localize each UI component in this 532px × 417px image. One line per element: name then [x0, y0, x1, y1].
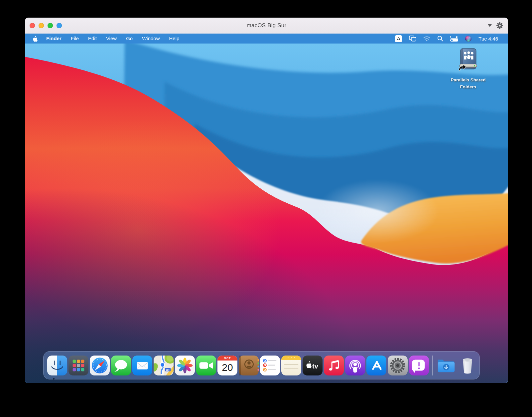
- dock-tv-icon[interactable]: tv: [302, 355, 323, 376]
- apple-icon: [32, 36, 38, 42]
- dock-safari-icon[interactable]: [89, 355, 110, 376]
- dock-contacts-icon[interactable]: [238, 355, 259, 376]
- siri-icon[interactable]: [465, 36, 471, 42]
- menu-item-finder[interactable]: Finder: [42, 34, 66, 44]
- desktop-icon-label: Parallels Shared Folders: [451, 77, 485, 91]
- minimize-button[interactable]: [39, 23, 44, 28]
- dock-music-icon[interactable]: [323, 355, 344, 376]
- svg-text:20: 20: [222, 362, 233, 373]
- control-center-icon[interactable]: [450, 36, 458, 42]
- desktop-icon-parallels-shared-folders[interactable]: Parallels Shared Folders: [443, 48, 493, 91]
- dock-notes-icon[interactable]: [281, 355, 302, 376]
- screen-background: macOS Big Sur: [0, 0, 532, 417]
- menu-item-file[interactable]: File: [66, 34, 83, 44]
- window-menu-dropdown-icon[interactable]: [488, 24, 492, 27]
- coherence-windows-icon[interactable]: [409, 36, 416, 42]
- menu-item-view[interactable]: View: [101, 34, 121, 44]
- menu-item-go[interactable]: Go: [121, 34, 137, 44]
- traffic-lights: [30, 18, 62, 34]
- desktop[interactable]: Parallels Shared Folders: [25, 44, 508, 383]
- menu-item-help[interactable]: Help: [165, 34, 184, 44]
- dock: 280: [43, 351, 480, 379]
- dock-system-preferences-icon[interactable]: [387, 355, 408, 376]
- spotlight-search-icon[interactable]: [437, 36, 443, 42]
- dock-finder-icon[interactable]: [47, 355, 68, 376]
- dock-appstore-icon[interactable]: [366, 355, 387, 376]
- window-titlebar[interactable]: macOS Big Sur: [25, 18, 508, 34]
- dock-facetime-icon[interactable]: [196, 355, 217, 376]
- window-title: macOS Big Sur: [25, 22, 508, 29]
- dock-trash-icon[interactable]: [457, 355, 478, 376]
- dock-feedback-assistant-icon[interactable]: [408, 355, 430, 376]
- dock-messages-icon[interactable]: [110, 355, 132, 376]
- menu-item-edit[interactable]: Edit: [83, 34, 101, 44]
- menu-bar: Finder File Edit View Go Window Help A: [25, 34, 508, 44]
- input-source-icon[interactable]: A: [395, 35, 402, 42]
- dock-calendar-icon[interactable]: OCT 20: [217, 355, 238, 376]
- dock-maps-icon[interactable]: 280: [153, 355, 174, 376]
- svg-text:OCT: OCT: [224, 357, 231, 360]
- wifi-icon[interactable]: [423, 36, 430, 42]
- svg-text:tv: tv: [312, 362, 319, 369]
- dock-mail-icon[interactable]: [132, 355, 153, 376]
- apple-menu[interactable]: [32, 36, 42, 42]
- close-button[interactable]: [30, 23, 35, 28]
- shared-drive-icon: [455, 48, 481, 75]
- finder-running-indicator: [53, 378, 55, 379]
- zoom-button[interactable]: [48, 23, 53, 28]
- settings-gear-icon[interactable]: [496, 22, 503, 29]
- dock-launchpad-icon[interactable]: [68, 355, 89, 376]
- fullscreen-button[interactable]: [57, 23, 62, 28]
- dock-podcasts-icon[interactable]: [344, 355, 366, 376]
- dock-downloads-folder-icon[interactable]: [436, 355, 457, 376]
- dock-photos-icon[interactable]: [174, 355, 196, 376]
- menu-clock[interactable]: Tue 4:46: [478, 36, 498, 42]
- dock-separator: [432, 356, 433, 375]
- svg-text:280: 280: [166, 368, 170, 371]
- menu-item-window[interactable]: Window: [137, 34, 164, 44]
- dock-reminders-icon[interactable]: [259, 355, 281, 376]
- wallpaper-big-sur: [25, 44, 508, 383]
- vm-window: macOS Big Sur: [25, 18, 508, 383]
